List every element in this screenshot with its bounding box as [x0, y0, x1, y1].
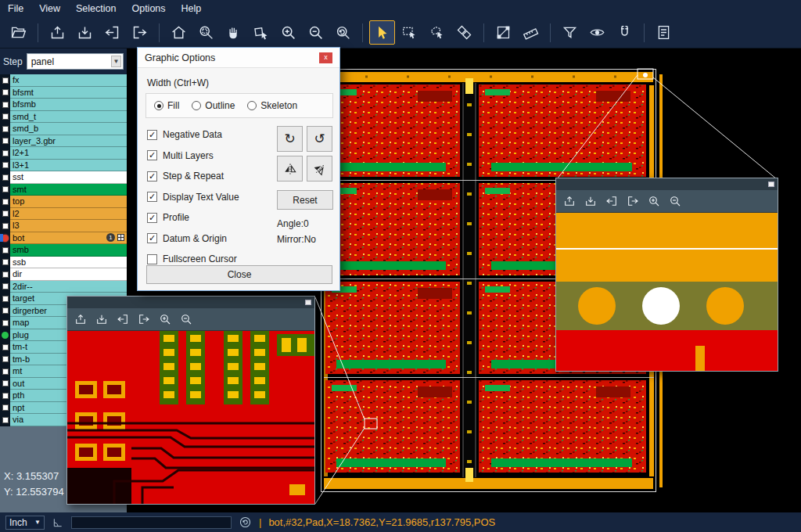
layer-row[interactable]: fx — [0, 74, 127, 87]
snap-button[interactable] — [612, 20, 638, 45]
View-menu-item[interactable]: View — [31, 3, 68, 14]
layer-indicator-cell[interactable] — [0, 281, 10, 293]
zoom-out-button[interactable] — [303, 20, 329, 45]
layer-indicator-cell[interactable] — [0, 123, 10, 135]
option-checkbox-row[interactable]: Step & Repeat — [147, 171, 239, 182]
zoom-out-button[interactable] — [666, 192, 684, 210]
select-poly-button[interactable] — [424, 20, 450, 45]
rotate-cw-button[interactable]: ↻ — [277, 126, 303, 152]
layer-indicator-cell[interactable] — [0, 87, 10, 99]
layer-indicator-cell[interactable] — [0, 414, 10, 426]
layer-row[interactable]: l3 — [0, 220, 127, 232]
layer-checkbox[interactable] — [2, 199, 9, 205]
command-input[interactable] — [71, 516, 232, 529]
arrow-up-box-button[interactable] — [45, 20, 70, 45]
shape-select-button[interactable] — [248, 20, 274, 45]
layer-row[interactable]: sst — [0, 171, 127, 184]
fill-mode-option[interactable]: Fill — [154, 100, 179, 111]
option-checkbox-row[interactable]: Datum & Origin — [147, 233, 239, 244]
Options-menu-item[interactable]: Options — [124, 3, 173, 14]
unit-select[interactable]: Inch ▼ — [5, 516, 45, 530]
eye-button[interactable] — [584, 20, 610, 45]
chevron-down-icon[interactable]: ▼ — [111, 56, 121, 67]
mirror-horizontal-button[interactable] — [277, 156, 303, 182]
open-folder-button[interactable] — [5, 20, 31, 45]
zoom-in-button[interactable] — [645, 192, 663, 210]
layer-row[interactable]: bfsmb — [0, 99, 127, 111]
step-select[interactable]: panel ▼ — [27, 53, 124, 70]
arrow-left-box-button[interactable] — [99, 20, 125, 45]
restore-icon[interactable] — [768, 182, 774, 187]
layer-checkbox[interactable] — [2, 77, 9, 84]
layer-row[interactable]: bfsmt — [0, 87, 127, 99]
refresh-button[interactable] — [239, 516, 252, 529]
option-checkbox-row[interactable]: Fullscreen Cursor — [147, 253, 239, 264]
layer-indicator-cell[interactable] — [0, 354, 10, 366]
magnifier-left-titlebar[interactable] — [67, 297, 314, 308]
layer-indicator-cell[interactable] — [0, 184, 10, 196]
layer-checkbox[interactable] — [2, 259, 9, 265]
rotate-ccw-button[interactable]: ↺ — [307, 126, 332, 152]
restore-icon[interactable] — [305, 300, 311, 305]
layer-row[interactable]: dir — [0, 268, 127, 281]
layer-checkbox[interactable] — [2, 223, 9, 229]
zoom-out-button[interactable] — [177, 311, 196, 329]
layer-indicator-cell[interactable] — [0, 74, 10, 87]
layer-row[interactable]: l2 — [0, 208, 127, 221]
arrow-up-box-button[interactable] — [560, 192, 579, 210]
layer-row[interactable]: l3+1 — [0, 160, 127, 172]
layer-indicator-cell[interactable] — [0, 160, 10, 172]
layer-checkbox[interactable] — [2, 186, 9, 192]
layer-indicator-cell[interactable] — [0, 390, 10, 402]
layer-indicator-cell[interactable] — [0, 135, 10, 148]
layer-checkbox[interactable] — [2, 210, 9, 217]
pan-hand-button[interactable] — [221, 20, 246, 45]
layer-checkbox[interactable] — [2, 247, 9, 253]
layer-row[interactable]: ssb — [0, 257, 127, 269]
layer-indicator-cell[interactable] — [0, 317, 10, 329]
arrow-right-box-button[interactable] — [135, 311, 153, 329]
layer-indicator-cell[interactable] — [0, 244, 10, 257]
diagonal-measure-button[interactable] — [490, 20, 516, 45]
arrow-up-box-button[interactable] — [71, 311, 90, 329]
dialog-titlebar[interactable]: Graphic Options x — [138, 48, 339, 68]
checkbox-icon[interactable] — [147, 130, 157, 140]
checkbox-icon[interactable] — [147, 233, 157, 243]
magnifier-left-view[interactable] — [67, 331, 314, 504]
layer-indicator-cell[interactable] — [0, 171, 10, 184]
checkbox-icon[interactable] — [147, 213, 157, 223]
filter-button[interactable] — [557, 20, 583, 45]
layer-checkbox[interactable] — [2, 271, 9, 278]
layers-compare-button[interactable] — [451, 20, 477, 45]
arrow-down-box-button[interactable] — [92, 311, 111, 329]
layer-checkbox[interactable] — [2, 307, 9, 314]
checkbox-icon[interactable] — [147, 254, 157, 264]
layer-checkbox[interactable] — [2, 174, 9, 181]
zoom-area-button[interactable] — [193, 20, 219, 45]
close-button[interactable]: Close — [146, 265, 332, 284]
layer-row[interactable]: top — [0, 196, 127, 208]
magnifier-right-view[interactable] — [556, 213, 778, 371]
layer-checkbox[interactable] — [2, 380, 9, 386]
layer-checkbox[interactable] — [2, 126, 9, 132]
layer-checkbox[interactable] — [2, 417, 9, 423]
fill-mode-option[interactable]: Outline — [192, 100, 235, 111]
layer-indicator-cell[interactable] — [0, 293, 10, 305]
arrow-right-box-button[interactable] — [623, 192, 642, 210]
arrow-down-box-button[interactable] — [72, 20, 98, 45]
magnifier-window-left[interactable] — [66, 296, 315, 505]
layer-checkbox[interactable] — [2, 150, 9, 156]
layer-checkbox[interactable] — [2, 368, 9, 375]
checkbox-icon[interactable] — [147, 150, 157, 160]
dialog-close-button[interactable]: x — [319, 52, 332, 63]
layer-row[interactable]: smb — [0, 244, 127, 257]
layer-checkbox[interactable] — [2, 283, 9, 289]
arrow-right-box-button[interactable] — [127, 20, 153, 45]
radio-icon[interactable] — [154, 101, 163, 110]
magnifier-window-right[interactable] — [555, 178, 778, 372]
layer-indicator-cell[interactable] — [0, 111, 10, 124]
layer-row[interactable]: smt — [0, 184, 127, 196]
arrow-down-box-button[interactable] — [581, 192, 600, 210]
layer-indicator-cell[interactable] — [0, 220, 10, 232]
option-checkbox-row[interactable]: Profile — [147, 212, 239, 223]
